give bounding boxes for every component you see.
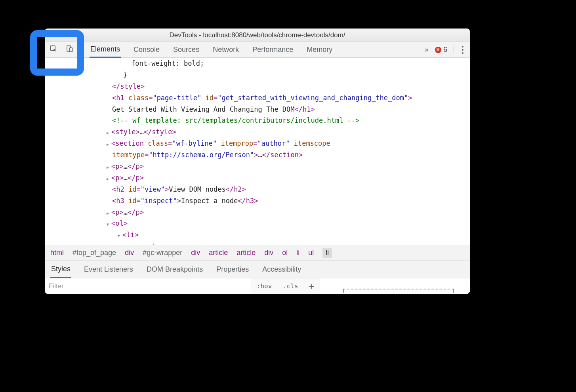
expand-triangle-icon[interactable] <box>107 161 111 172</box>
p-node[interactable]: <p>…</p> <box>112 172 470 184</box>
dom-breadcrumb: html #top_of_page div #gc-wrapper div ar… <box>45 245 470 261</box>
css-rule-text: font-weight: bold; <box>131 59 204 67</box>
h1-node[interactable]: <h1 class="page-title" id="get_started_w… <box>112 92 470 104</box>
error-count: 6 <box>443 46 447 54</box>
crumb-html[interactable]: html <box>50 249 64 257</box>
tab-performance[interactable]: Performance <box>252 42 294 57</box>
styles-tabs: Styles Event Listeners DOM Breakpoints P… <box>45 261 470 278</box>
errors-badge[interactable]: ✕ 6 <box>435 46 447 54</box>
tab-sources[interactable]: Sources <box>172 42 200 57</box>
h2-node[interactable]: <h2 id="view">View DOM nodes</h2> <box>112 184 470 195</box>
css-brace: } <box>123 71 127 79</box>
li-node[interactable]: <li> <box>112 229 470 241</box>
hov-toggle[interactable]: :hov <box>257 282 272 290</box>
style-close-tag[interactable]: </style> <box>112 82 145 90</box>
more-tabs-icon[interactable]: » <box>425 46 429 54</box>
h1-text-node[interactable]: Get Started With Viewing And Changing Th… <box>112 104 470 115</box>
crumb-top-of-page[interactable]: #top_of_page <box>72 249 116 257</box>
settings-menu-icon[interactable] <box>460 44 465 55</box>
tab-console[interactable]: Console <box>133 42 160 57</box>
new-style-rule-icon[interactable]: + <box>309 281 314 291</box>
stab-event-listeners[interactable]: Event Listeners <box>83 262 134 277</box>
stab-accessibility[interactable]: Accessibility <box>261 262 302 277</box>
style-collapsed-node[interactable]: <style>…</style> <box>112 126 470 138</box>
device-toolbar-icon[interactable] <box>65 45 73 55</box>
box-model-preview <box>320 278 470 294</box>
devtools-toolbar: Elements Console Sources Network Perform… <box>45 42 470 58</box>
cls-toggle[interactable]: .cls <box>283 282 298 290</box>
styles-filter-input[interactable] <box>45 278 251 294</box>
crumb-div[interactable]: div <box>125 249 134 257</box>
tab-network[interactable]: Network <box>212 42 240 57</box>
crumb-ol[interactable]: ol <box>282 249 288 257</box>
window-titlebar: DevTools - localhost:8080/web/tools/chro… <box>45 29 470 42</box>
crumb-div[interactable]: div <box>264 249 273 257</box>
crumb-article[interactable]: article <box>209 249 228 257</box>
expand-triangle-icon[interactable] <box>107 138 111 149</box>
comment-node[interactable]: <!-- wf_template: src/templates/contribu… <box>112 115 470 126</box>
p-node[interactable]: <p>…</p> <box>112 161 470 172</box>
error-icon: ✕ <box>435 47 441 53</box>
nested-p-node[interactable]: <p>…</p> <box>112 241 470 245</box>
close-window-button[interactable] <box>50 32 56 37</box>
minimize-window-button[interactable] <box>59 32 65 37</box>
crumb-ul[interactable]: ul <box>308 249 314 257</box>
styles-filter-tools: :hov .cls + <box>251 278 320 294</box>
tab-memory[interactable]: Memory <box>306 42 333 57</box>
panel-tabs: Elements Console Sources Network Perform… <box>78 42 425 57</box>
tab-elements[interactable]: Elements <box>90 42 121 58</box>
crumb-li[interactable]: li <box>296 249 299 257</box>
expand-triangle-icon[interactable] <box>107 207 111 218</box>
stab-styles[interactable]: Styles <box>50 261 71 278</box>
traffic-lights <box>50 32 74 37</box>
elements-tree[interactable]: font-weight: bold; } </style> <h1 class=… <box>45 58 470 245</box>
expand-triangle-icon[interactable] <box>126 241 130 245</box>
svg-rect-2 <box>70 48 72 52</box>
section-node[interactable]: <section class="wf-byline" itemprop="aut… <box>112 138 470 161</box>
devtools-window: DevTools - localhost:8080/web/tools/chro… <box>45 29 470 294</box>
ol-node[interactable]: <ol> <box>112 218 470 229</box>
crumb-article[interactable]: article <box>237 249 256 257</box>
collapse-triangle-icon[interactable] <box>118 229 122 241</box>
margin-box-preview <box>343 289 454 293</box>
crumb-li-selected[interactable]: li <box>322 248 332 258</box>
styles-filter-row: :hov .cls + <box>45 278 470 294</box>
expand-triangle-icon[interactable] <box>107 126 111 138</box>
crumb-div[interactable]: div <box>191 249 200 257</box>
stab-properties[interactable]: Properties <box>216 262 250 277</box>
p-node[interactable]: <p>…</p> <box>112 207 470 218</box>
window-title: DevTools - localhost:8080/web/tools/chro… <box>169 31 345 39</box>
expand-triangle-icon[interactable] <box>107 172 111 184</box>
collapse-triangle-icon[interactable] <box>107 218 111 229</box>
stab-dom-breakpoints[interactable]: DOM Breakpoints <box>146 262 204 277</box>
maximize-window-button[interactable] <box>69 32 74 37</box>
inspect-element-icon[interactable] <box>50 45 57 55</box>
h3-node[interactable]: <h3 id="inspect">Inspect a node</h3> <box>112 195 470 207</box>
crumb-gc-wrapper[interactable]: #gc-wrapper <box>143 249 182 257</box>
toolbar-divider <box>454 46 454 54</box>
